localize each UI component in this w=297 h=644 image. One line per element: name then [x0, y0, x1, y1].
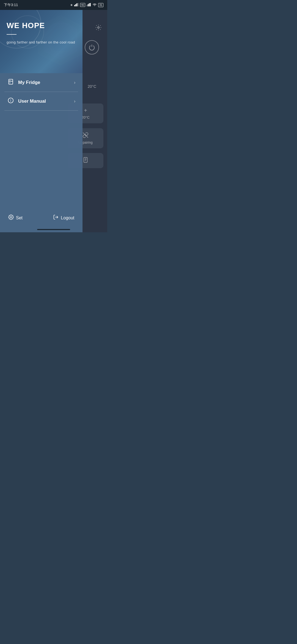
user-manual-arrow: ›: [74, 99, 75, 104]
menu-list: My Fridge › User Manual ›: [0, 73, 82, 209]
logout-icon: [53, 214, 59, 221]
svg-rect-2: [76, 3, 77, 6]
logout-button[interactable]: Logout: [53, 214, 74, 221]
svg-rect-0: [74, 5, 75, 6]
hero-section: WE HOPE going farther and farther on the…: [0, 10, 82, 73]
my-fridge-arrow: ›: [74, 80, 75, 85]
logout-label: Logout: [61, 215, 74, 220]
my-fridge-label: My Fridge: [18, 80, 70, 85]
list-icon: [82, 157, 89, 164]
hd-badge: HD: [80, 3, 85, 7]
set-button[interactable]: Set: [8, 214, 23, 221]
status-icons: ∗ HD 31: [70, 3, 103, 7]
side-drawer: WE HOPE going farther and farther on the…: [0, 10, 82, 232]
svg-point-25: [10, 217, 12, 218]
svg-rect-7: [90, 3, 91, 6]
menu-item-user-manual[interactable]: User Manual ›: [4, 92, 78, 111]
signal-icon: [74, 3, 79, 7]
svg-rect-5: [88, 4, 89, 6]
signal2-icon: [87, 3, 91, 7]
battery-indicator: 31: [98, 3, 103, 7]
hero-divider: [7, 34, 16, 35]
hero-content: WE HOPE going farther and farther on the…: [0, 10, 82, 51]
wifi-icon: [92, 3, 97, 7]
status-bar: 下午3:11 ∗ HD 31: [0, 0, 107, 10]
bluetooth-icon: ∗: [70, 3, 73, 7]
set-icon: [8, 214, 14, 221]
dial-temp-label: 20°C: [88, 84, 96, 89]
svg-rect-1: [75, 4, 76, 6]
svg-rect-4: [87, 5, 87, 6]
svg-rect-3: [78, 3, 78, 6]
user-manual-label: User Manual: [18, 99, 70, 104]
menu-item-my-fridge[interactable]: My Fridge ›: [4, 73, 78, 92]
home-indicator: [37, 229, 70, 230]
svg-point-8: [98, 27, 99, 28]
svg-rect-10: [84, 157, 87, 162]
hero-subtitle: going farther and farther on the cool ro…: [7, 40, 76, 45]
svg-rect-18: [9, 79, 13, 84]
hero-title: WE HOPE: [7, 21, 76, 30]
status-time: 下午3:11: [4, 2, 18, 7]
set-label: Set: [16, 215, 23, 220]
fridge-icon: [7, 79, 14, 86]
plus-icon: +: [84, 107, 87, 114]
unlink-icon: [82, 132, 89, 140]
info-icon: [7, 97, 14, 105]
settings-button[interactable]: [94, 23, 103, 32]
svg-rect-6: [89, 3, 90, 6]
